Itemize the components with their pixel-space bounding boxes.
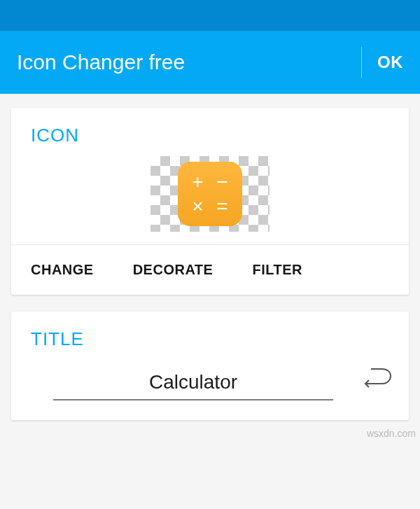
icon-preview-area[interactable]: + − × = bbox=[11, 152, 409, 244]
icon-section-label: ICON bbox=[11, 108, 409, 152]
transparency-background: + − × = bbox=[150, 156, 270, 232]
icon-tab-row: CHANGE DECORATE FILTER bbox=[11, 245, 409, 295]
app-bar: Icon Changer free OK bbox=[0, 31, 420, 94]
tab-change[interactable]: CHANGE bbox=[31, 262, 94, 278]
app-title: Icon Changer free bbox=[17, 50, 185, 74]
status-bar bbox=[0, 0, 420, 31]
icon-card: ICON + − × = CHANGE DECORATE FILTER bbox=[11, 108, 409, 295]
undo-icon bbox=[364, 368, 392, 391]
plus-symbol: + bbox=[188, 172, 208, 192]
undo-button[interactable] bbox=[361, 363, 395, 396]
tab-filter[interactable]: FILTER bbox=[252, 262, 302, 278]
title-input[interactable] bbox=[53, 367, 333, 400]
title-section-label: TITLE bbox=[11, 312, 409, 356]
divider bbox=[361, 47, 362, 78]
tab-decorate[interactable]: DECORATE bbox=[133, 262, 214, 278]
watermark: wsxdn.com bbox=[367, 428, 416, 439]
calculator-icon: + − × = bbox=[178, 162, 242, 226]
ok-button[interactable]: OK bbox=[377, 53, 403, 72]
title-card: TITLE bbox=[11, 312, 409, 420]
equals-symbol: = bbox=[212, 196, 232, 216]
minus-symbol: − bbox=[212, 172, 232, 192]
multiply-symbol: × bbox=[188, 196, 208, 216]
